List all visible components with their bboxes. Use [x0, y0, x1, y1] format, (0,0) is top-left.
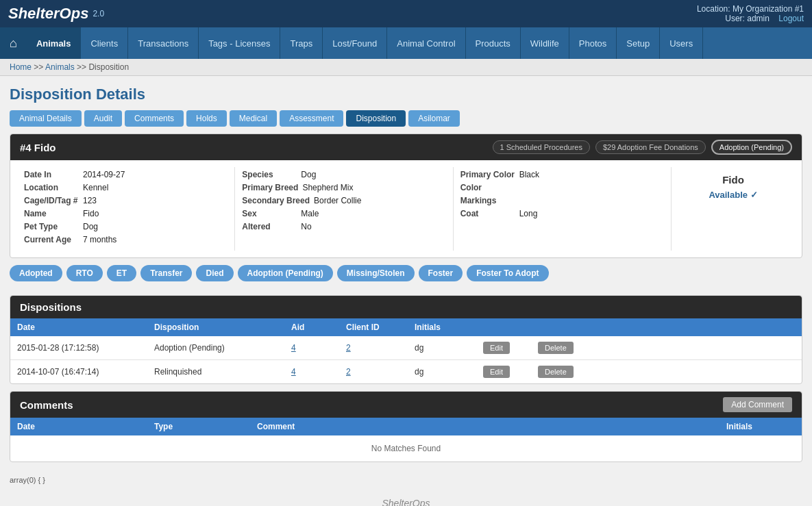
logo-area: ShelterOps 2.0 — [8, 5, 104, 23]
row2-edit-button[interactable]: Edit — [483, 366, 510, 378]
comments-title: Comments — [20, 399, 73, 411]
species-value: Dog — [301, 170, 316, 179]
current-age-label: Current Age — [24, 235, 79, 244]
nav-lost-found[interactable]: Lost/Found — [323, 27, 387, 59]
nav-traps[interactable]: Traps — [280, 27, 323, 59]
info-col-2: Species Dog Primary Breed Shepherd Mix S… — [235, 167, 453, 251]
col-aid-header: Aid — [291, 322, 346, 332]
primary-color-row: Primary Color Black — [460, 170, 664, 179]
tab-assessment[interactable]: Assessment — [280, 110, 343, 127]
content-wrapper: Home >> Animals >> Disposition Dispositi… — [0, 59, 812, 506]
row2-edit-cell: Edit — [483, 366, 538, 378]
nav-users[interactable]: Users — [660, 27, 703, 59]
dispositions-section-header: Dispositions — [10, 296, 802, 318]
breadcrumb-home[interactable]: Home — [10, 62, 32, 72]
cage-value: 123 — [83, 196, 97, 205]
primary-color-label: Primary Color — [460, 170, 515, 179]
tab-holds[interactable]: Holds — [186, 110, 227, 127]
comments-section: Comments Add Comment Date Type Comment I… — [10, 391, 802, 462]
nav-clients[interactable]: Clients — [81, 27, 128, 59]
nav-home[interactable]: ⌂ — [0, 27, 27, 59]
row1-edit-button[interactable]: Edit — [483, 342, 510, 354]
info-col-3: Primary Color Black Color Markings Coat … — [454, 167, 672, 251]
secondary-breed-label: Secondary Breed — [242, 196, 310, 205]
row2-delete-button[interactable]: Delete — [538, 366, 574, 378]
cage-row: Cage/ID/Tag # 123 — [24, 196, 227, 205]
btn-transfer[interactable]: Transfer — [140, 265, 192, 281]
location-text: Location: My Organization #1 — [697, 4, 804, 14]
table-row: 2015-01-28 (17:12:58) Adoption (Pending)… — [10, 336, 802, 360]
nav-animals[interactable]: Animals — [27, 27, 82, 59]
footer-debug: array(0) { } — [0, 469, 812, 491]
nav-animal-control[interactable]: Animal Control — [387, 27, 465, 59]
disposition-buttons: Adopted RTO ET Transfer Died Adoption (P… — [0, 258, 812, 288]
tab-animal-details[interactable]: Animal Details — [10, 110, 82, 127]
row1-client-id[interactable]: 2 — [346, 343, 415, 353]
btn-rto[interactable]: RTO — [66, 265, 103, 281]
col-initials-header: Initials — [415, 322, 483, 332]
btn-missing-stolen[interactable]: Missing/Stolen — [337, 265, 415, 281]
secondary-breed-value: Border Collie — [314, 196, 361, 205]
current-age-value: 7 months — [83, 235, 116, 244]
altered-row: Altered No — [242, 222, 445, 231]
coat-value: Long — [519, 209, 538, 218]
row2-initials: dg — [415, 367, 483, 377]
pet-type-row: Pet Type Dog — [24, 222, 227, 231]
col-disposition-header: Disposition — [154, 322, 291, 332]
markings-row: Markings — [460, 196, 664, 205]
tab-disposition[interactable]: Disposition — [346, 110, 406, 127]
tab-medical[interactable]: Medical — [230, 110, 277, 127]
tab-comments[interactable]: Comments — [125, 110, 184, 127]
page-title: Disposition Details — [0, 76, 812, 110]
row1-delete-button[interactable]: Delete — [538, 342, 574, 354]
dispositions-table-header: Date Disposition Aid Client ID Initials — [10, 318, 802, 336]
btn-foster-to-adopt[interactable]: Foster To Adopt — [467, 265, 548, 281]
nav-wildlife[interactable]: Wildlife — [521, 27, 569, 59]
comments-col-type: Type — [154, 422, 257, 431]
logout-link[interactable]: Logout — [778, 14, 804, 23]
row2-aid[interactable]: 4 — [291, 367, 346, 377]
btn-et[interactable]: ET — [107, 265, 136, 281]
current-age-row: Current Age 7 months — [24, 235, 227, 244]
breadcrumb: Home >> Animals >> Disposition — [0, 59, 812, 76]
markings-label: Markings — [460, 196, 515, 205]
btn-foster[interactable]: Foster — [419, 265, 463, 281]
name-value: Fido — [83, 209, 99, 218]
add-comment-button[interactable]: Add Comment — [723, 397, 792, 412]
sex-label: Sex — [242, 209, 297, 218]
primary-color-value: Black — [519, 170, 539, 179]
btn-adopted[interactable]: Adopted — [10, 265, 62, 281]
logo-text: ShelterOps — [8, 5, 88, 23]
nav-photos[interactable]: Photos — [569, 27, 617, 59]
primary-breed-label: Primary Breed — [242, 183, 298, 192]
animal-card: #4 Fido 1 Scheduled Procedures $29 Adopt… — [10, 134, 802, 258]
badge-fee-donations: $29 Adoption Fee Donations — [595, 140, 706, 154]
coat-row: Coat Long — [460, 209, 664, 218]
primary-breed-row: Primary Breed Shepherd Mix — [242, 183, 445, 192]
available-animal-name: Fido — [678, 174, 788, 186]
cage-label: Cage/ID/Tag # — [24, 196, 79, 205]
btn-died[interactable]: Died — [196, 265, 233, 281]
top-right-info: Location: My Organization #1 User: admin… — [697, 4, 804, 23]
btn-adoption-pending[interactable]: Adoption (Pending) — [238, 265, 333, 281]
nav-products[interactable]: Products — [466, 27, 521, 59]
comments-table-header: Date Type Comment Initials — [10, 418, 802, 435]
nav-setup[interactable]: Setup — [617, 27, 660, 59]
breadcrumb-animals[interactable]: Animals — [45, 62, 75, 72]
comments-col-date: Date — [17, 422, 154, 431]
nav-tags-licenses[interactable]: Tags - Licenses — [199, 27, 280, 59]
nav-transactions[interactable]: Transactions — [128, 27, 199, 59]
tab-audit[interactable]: Audit — [84, 110, 122, 127]
tab-asilomar[interactable]: Asilomar — [408, 110, 460, 127]
row1-aid[interactable]: 4 — [291, 343, 346, 353]
col-delete-header — [538, 322, 593, 332]
row1-date: 2015-01-28 (17:12:58) — [17, 343, 154, 353]
color-label: Color — [460, 183, 515, 192]
breadcrumb-current: Disposition — [88, 62, 129, 72]
location-label: Location — [24, 183, 79, 192]
row2-client-id[interactable]: 2 — [346, 367, 415, 377]
user-info: User: admin Logout — [697, 14, 804, 23]
info-col-4-available: Fido Available ✓ — [672, 167, 795, 251]
nav-bar: ⌂ Animals Clients Transactions Tags - Li… — [0, 27, 812, 59]
info-col-1: Date In 2014-09-27 Location Kennel Cage/… — [17, 167, 235, 251]
